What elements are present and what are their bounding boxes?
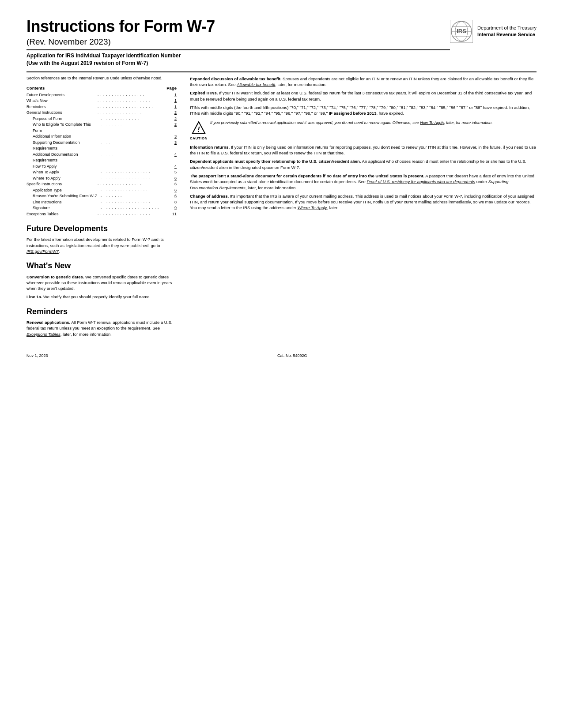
left-column: Section references are to the Internal R… (26, 76, 177, 340)
toc-item: Additional Documentation Requirements . … (26, 152, 177, 164)
toc-label: Application Type (33, 188, 100, 194)
toc-label: Who Is Eligible To Complete This Form (33, 122, 100, 134)
toc-dots: . . . . . . . . . . . . . . . . . . (101, 164, 168, 170)
toc-item: When To Apply . . . . . . . . . . . . . … (26, 169, 177, 176)
irs-gov-link[interactable]: IRS.gov/FormW7 (26, 249, 59, 254)
toc-label: Purpose of Form (33, 116, 100, 122)
right-para4: Information returns. If your ITIN is onl… (190, 144, 537, 156)
toc-item: Future Developments . . . . . . . . . . … (26, 92, 177, 98)
right-para6: The passport isn't a stand-alone documen… (190, 173, 537, 191)
toc-label: When To Apply (33, 169, 100, 176)
toc-dots: . . . . . . . . . . . . . . (101, 116, 168, 122)
page-header: Instructions for Form W-7 (Rev. November… (26, 18, 537, 67)
toc-item: Where To Apply . . . . . . . . . . . . .… (26, 176, 177, 182)
toc-page: 8 (169, 199, 177, 206)
toc-dots: . . . . . (101, 152, 168, 164)
right-column: Expanded discussion of allowable tax ben… (190, 76, 537, 340)
right-para3: ITINs with middle digits (the fourth and… (190, 105, 537, 116)
toc-item: Line Instructions . . . . . . . . . . . … (26, 199, 177, 206)
caution-box: ! CAUTION If you previously submitted a … (190, 120, 537, 141)
where-to-apply-link[interactable]: Where To Apply (298, 205, 327, 210)
exceptions-tables-link[interactable]: Exceptions Tables (26, 332, 60, 337)
svg-text:IRS: IRS (457, 28, 466, 34)
toc-page: 2 (169, 122, 177, 134)
toc-item: What's New . . . . . . . . . . . . . . .… (26, 98, 177, 104)
proof-residency-link[interactable]: Proof of U.S. residency for applicants w… (367, 179, 476, 184)
toc-item: Reminders . . . . . . . . . . . . . . . … (26, 104, 177, 110)
toc-item: Additional Information . . . . . . . . .… (26, 134, 177, 140)
reminders-para1: Renewal applications. All Form W-7 renew… (26, 319, 177, 337)
toc-page: 6 (169, 193, 177, 199)
irs-name: Internal Revenue Service (477, 31, 537, 38)
irs-agency-text: Department of the Treasury Internal Reve… (477, 25, 537, 38)
toc-dots: . . . . . . . . . . . . . . . . . . (101, 199, 168, 206)
toc-item: Purpose of Form . . . . . . . . . . . . … (26, 116, 177, 122)
toc-dots: . . . . . . . . (101, 193, 168, 199)
whats-new-para1-bold: Conversion to generic dates. (26, 274, 84, 279)
if-assigned-bold: IF assigned before 2013 (329, 111, 377, 116)
toc-label: Reminders (26, 104, 97, 110)
how-to-apply-caution-link[interactable]: How To Apply (420, 120, 444, 125)
caution-label: CAUTION (190, 136, 208, 141)
toc-page: 1 (169, 92, 177, 98)
allowable-tax-benefit-link[interactable]: Allowable tax benefit (237, 82, 275, 87)
svg-text:!: ! (197, 126, 200, 133)
toc-item: General Instructions . . . . . . . . . .… (26, 110, 177, 116)
toc-label: Future Developments (26, 92, 97, 98)
toc-header-page: Page (166, 85, 177, 91)
toc-label: Signature (33, 205, 100, 211)
right-para2-text: If your ITIN wasn't included on at least… (190, 90, 532, 101)
toc-page: 4 (169, 164, 177, 170)
whats-new-para1: Conversion to generic dates. We converte… (26, 274, 177, 292)
toc-dots: . . . . . . . . . . . . . (101, 134, 168, 140)
page-footer: Nov 1, 2023 Cat. No. 54092G (26, 353, 537, 359)
toc-label: Line Instructions (33, 199, 100, 206)
right-para1: Expanded discussion of allowable tax ben… (190, 76, 537, 88)
toc-dots: . . . . . . . . . . . . . . . . . (101, 188, 168, 194)
irs-logo-icon: IRS (450, 20, 473, 43)
toc-dots: . . . . . . . . . . . . . . . . . . . (98, 98, 168, 104)
reminders-heading: Reminders (26, 306, 177, 317)
toc-page: 6 (169, 188, 177, 194)
subtitle-line2: (Use with the August 2019 revision of Fo… (26, 60, 450, 67)
right-para5: Dependent applicants must specify their … (190, 158, 537, 170)
caution-text: If you previously submitted a renewal ap… (210, 120, 493, 126)
toc-label: Additional Documentation Requirements (33, 152, 100, 164)
right-para4-bold: Information returns. (190, 145, 230, 150)
whats-new-heading: What's New (26, 260, 177, 271)
toc-page: 6 (169, 176, 177, 182)
right-para6-bold: The passport isn't a stand-alone documen… (190, 173, 424, 178)
toc-page: 3 (169, 140, 177, 152)
toc-page: 6 (169, 181, 177, 188)
right-para5-bold: Dependent applicants must specify their … (190, 159, 361, 164)
toc-item: Who Is Eligible To Complete This Form . … (26, 122, 177, 134)
toc-label: Supporting Documentation Requirements (33, 140, 100, 152)
toc-page: 4 (169, 152, 177, 164)
toc-page: 11 (169, 211, 177, 218)
toc-dots: . . . . . . . . . . . . . . . . . (98, 92, 168, 98)
toc-item: Supporting Documentation Requirements . … (26, 140, 177, 152)
toc-label: Additional Information (33, 134, 100, 140)
rev-line: (Rev. November 2023) (26, 36, 450, 48)
toc-label: How To Apply (33, 164, 100, 170)
right-para2: Expired ITINs. If your ITIN wasn't inclu… (190, 90, 537, 102)
caution-triangle-icon: ! (192, 121, 206, 135)
right-para2-bold: Expired ITINs. (190, 90, 218, 95)
toc-dots: . . . . . . . . . . . . . . . . . . . . (98, 104, 168, 110)
toc-label: Specific Instructions (26, 181, 97, 188)
toc-dots: . . . . . . . . . . . . . . . . . . . . … (101, 205, 168, 211)
toc-item: Reason You're Submitting Form W-7 . . . … (26, 193, 177, 199)
toc-label: What's New (26, 98, 97, 104)
toc-dots: . . . . . . . . . . . . . . . . . . (101, 169, 168, 176)
toc-dots: . . . . . . . . (101, 122, 168, 134)
header-left: Instructions for Form W-7 (Rev. November… (26, 18, 450, 67)
toc-item: Signature . . . . . . . . . . . . . . . … (26, 205, 177, 211)
reminders-para1-bold: Renewal applications. (26, 320, 70, 325)
future-developments-body: For the latest information about develop… (26, 236, 177, 254)
toc-page: 9 (169, 205, 177, 211)
main-title: Instructions for Form W-7 (26, 18, 450, 35)
toc-dots: . . . . . . . . . . . . . . . . (98, 110, 168, 116)
toc-header: Contents Page (26, 85, 177, 91)
toc-label: Exceptions Tables (26, 211, 97, 218)
subtitle-block: Application for IRS Individual Taxpayer … (26, 49, 450, 67)
